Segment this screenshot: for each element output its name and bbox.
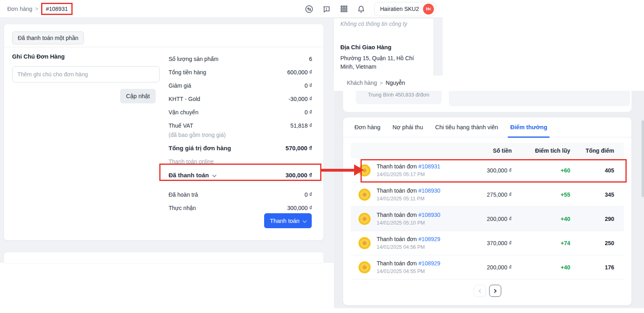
row-amount: 300,000 ₫ xyxy=(447,167,512,174)
summary-value: 0 ₫ xyxy=(304,82,312,90)
shipping-address-text: Phường 15, Quận 11, Hồ Chí Minh, Vietnam xyxy=(340,54,423,71)
chevron-right-icon xyxy=(492,289,496,293)
table-row[interactable]: Thanh toán đơn #108931 14/01/2025 05:17 … xyxy=(351,158,624,183)
customer-tabs: Đơn hàng Nợ phải thu Chi tiêu hạng thành… xyxy=(343,118,631,137)
received-value: 300,000 ₫ xyxy=(287,204,312,212)
feedback-icon[interactable] xyxy=(322,4,331,13)
row-points: +74 xyxy=(512,240,570,246)
summary-label: Số lượng sản phẩm xyxy=(169,55,219,63)
breadcrumb-separator: > xyxy=(380,80,383,86)
column-header-total: Tổng điểm xyxy=(570,147,624,154)
row-title: Thanh toán đơn xyxy=(377,260,417,267)
chevron-down-icon[interactable] xyxy=(213,173,217,177)
apps-grid-icon[interactable] xyxy=(340,4,348,13)
order-link[interactable]: #108929 xyxy=(418,260,440,267)
annotation-box-order-id: #108931 xyxy=(41,3,73,15)
table-row[interactable]: Thanh toán đơn #108929 14/01/2025 04:56 … xyxy=(351,231,624,255)
column-header-points: Điểm tích lũy xyxy=(512,147,570,154)
top-bar: Đơn hàng > #108931 Hairatien SKU2 H< xyxy=(0,0,443,18)
row-points: +40 xyxy=(512,264,570,271)
customer-stats-card: Trung Bình 450,833 đ/đơn xyxy=(343,91,631,112)
next-page-button[interactable] xyxy=(489,285,501,297)
summary-value: 51,818 ₫ xyxy=(290,122,312,130)
notification-bell-icon[interactable] xyxy=(357,4,366,13)
summary-label: Vận chuyển xyxy=(169,108,198,116)
points-table-header: Số tiền Điểm tích lũy Tổng điểm xyxy=(351,143,624,158)
coin-icon xyxy=(358,212,371,225)
row-points: +60 xyxy=(512,167,570,174)
row-total: 250 xyxy=(570,240,624,246)
average-order-stat: Trung Bình 450,833 đ/đơn xyxy=(356,91,442,104)
points-table: Số tiền Điểm tích lũy Tổng điểm Thanh to… xyxy=(351,143,624,279)
breadcrumb-current: #108931 xyxy=(46,6,68,12)
summary-label: Giảm giá xyxy=(169,82,191,90)
pagination xyxy=(343,285,631,297)
row-amount: 200,000 ₫ xyxy=(447,216,512,222)
chevron-down-icon xyxy=(302,218,306,223)
coin-icon xyxy=(358,261,371,274)
row-datetime: 14/01/2025 04:56 PM xyxy=(377,244,440,250)
pay-button[interactable]: Thanh toán xyxy=(264,213,312,228)
tab-no-phai-thu[interactable]: Nợ phải thu xyxy=(392,118,423,137)
summary-label: KHTT - Gold xyxy=(169,95,200,103)
next-card-top-edge xyxy=(4,252,323,263)
coin-icon xyxy=(358,188,371,201)
breadcrumb: Đơn hàng > #108931 xyxy=(7,3,73,15)
customer-activity-card: Đơn hàng Nợ phải thu Chi tiêu hạng thành… xyxy=(343,118,631,305)
order-link[interactable]: #108930 xyxy=(418,212,440,218)
payment-method: Thanh toán online xyxy=(169,158,312,166)
order-link[interactable]: #108929 xyxy=(418,236,440,242)
shipping-address-heading: Địa Chỉ Giao Hàng xyxy=(340,44,427,50)
paid-row[interactable]: Đã thanh toán 300,000 ₫ xyxy=(169,171,312,179)
pay-button-label: Thanh toán xyxy=(270,218,299,224)
summary-value: -30,000 ₫ xyxy=(288,95,312,103)
row-datetime: 14/01/2025 04:55 PM xyxy=(377,269,440,275)
customer-breadcrumb: Khách hàng > Nguyễn xyxy=(347,80,405,86)
customer-breadcrumb-section[interactable]: Khách hàng xyxy=(347,80,377,86)
transfer-icon[interactable] xyxy=(305,4,314,13)
previous-page-button[interactable] xyxy=(474,285,486,297)
row-title: Thanh toán đơn xyxy=(377,187,417,194)
received-label: Thực nhận xyxy=(169,204,196,212)
paid-value: 300,000 ₫ xyxy=(286,171,312,179)
order-total-label: Tổng giá trị đơn hàng xyxy=(169,144,231,152)
row-title: Thanh toán đơn xyxy=(377,163,417,170)
breadcrumb-section[interactable]: Đơn hàng xyxy=(7,6,32,12)
scrollbar-thumb[interactable] xyxy=(642,120,644,197)
table-row[interactable]: Thanh toán đơn #108930 14/01/2025 05:10 … xyxy=(351,207,624,231)
tab-chi-tieu-hang-thanh-vien[interactable]: Chi tiêu hạng thành viên xyxy=(435,118,498,137)
row-amount: 370,000 ₫ xyxy=(447,240,512,246)
workspace-switcher[interactable]: Hairatien SKU2 H< xyxy=(374,2,437,16)
coin-icon xyxy=(358,237,371,250)
summary-value: 0 ₫ xyxy=(304,108,312,116)
coin-icon xyxy=(358,164,371,177)
paid-label: Đã thanh toán xyxy=(169,172,209,179)
refunded-value: 0 ₫ xyxy=(304,191,312,199)
summary-label-vat: Thuế VAT (đã bao gồm trong giá) xyxy=(169,122,226,139)
stat-box xyxy=(449,91,630,106)
row-title: Thanh toán đơn xyxy=(377,212,417,218)
row-amount: 200,000 ₫ xyxy=(447,264,512,271)
order-link[interactable]: #108930 xyxy=(418,187,440,194)
order-note-input[interactable] xyxy=(12,66,160,82)
row-points: +40 xyxy=(512,216,570,222)
tab-don-hang[interactable]: Đơn hàng xyxy=(354,118,380,137)
paid-label-wrap: Đã thanh toán xyxy=(169,171,216,179)
row-total: 176 xyxy=(570,264,624,271)
table-row[interactable]: Thanh toán đơn #108930 14/01/2025 05:11 … xyxy=(351,183,624,207)
row-total: 405 xyxy=(570,167,624,174)
refunded-label: Đã hoàn trả xyxy=(169,191,198,199)
tab-diem-thuong[interactable]: Điểm thưởng xyxy=(510,118,547,137)
column-header-amount: Số tiền xyxy=(447,147,512,154)
chevron-left-icon xyxy=(478,289,482,293)
table-row[interactable]: Thanh toán đơn #108929 14/01/2025 04:55 … xyxy=(351,255,624,279)
shipping-address-card: Không có thông tin công ty Địa Chỉ Giao … xyxy=(334,19,434,76)
row-datetime: 14/01/2025 05:11 PM xyxy=(377,196,440,202)
order-total-value: 570,000 ₫ xyxy=(286,144,312,152)
order-link[interactable]: #108931 xyxy=(418,163,440,170)
update-note-button[interactable]: Cập nhật xyxy=(120,89,156,103)
company-note: Không có thông tin công ty xyxy=(340,20,427,28)
vat-label: Thuế VAT xyxy=(169,122,193,129)
status-badge: Đã thanh toán một phần xyxy=(12,32,84,44)
avatar: H< xyxy=(423,4,434,15)
